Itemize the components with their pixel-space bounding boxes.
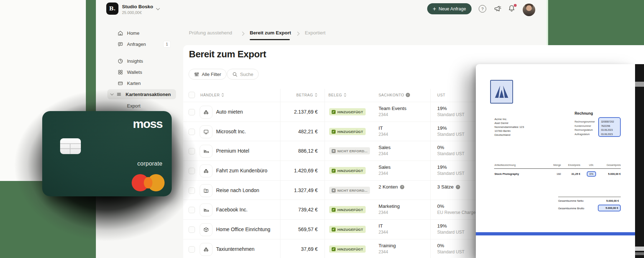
sidebar-item-wallets[interactable]: Wallets <box>107 67 176 77</box>
invoice-col-ust: USt. <box>587 164 596 166</box>
badge-label: HINZUGEFÜGT <box>337 169 363 173</box>
check-icon: ✓ <box>332 169 336 173</box>
merchant-name: Auto mieten <box>216 109 243 115</box>
ust-cell: 0%EU Reverse Charge <box>437 204 475 215</box>
badge-label: HINZUGEFÜGT <box>337 110 363 114</box>
merchant-name: Fahrt zum Kundenbüro <box>216 168 267 173</box>
receipt-status-badge[interactable]: ✕NICHT ERFORD... <box>329 147 370 154</box>
header-label: UST <box>437 93 445 97</box>
cross-icon: ✕ <box>332 149 336 153</box>
sachkonto-cell: IT2344 <box>379 125 388 137</box>
receipt-status-badge[interactable]: ✓HINZUGEFÜGT <box>329 167 366 174</box>
search-button[interactable]: Suche <box>227 69 259 80</box>
check-icon: ✓ <box>332 130 336 134</box>
receipt-status-badge[interactable]: ✓HINZUGEFÜGT <box>329 245 366 253</box>
megaphone-icon[interactable] <box>494 5 502 13</box>
info-icon[interactable] <box>456 185 460 189</box>
receipt-status-badge[interactable]: ✓HINZUGEFÜGT <box>329 226 366 233</box>
window-edge-notch <box>635 82 644 87</box>
all-filters-button[interactable]: Alle Filter <box>189 69 226 80</box>
badge-label: HINZUGEFÜGT <box>337 247 363 251</box>
receipt-status-badge[interactable]: ✓HINZUGEFÜGT <box>329 206 366 213</box>
receipt-status-badge[interactable]: ✓HINZUGEFÜGT <box>329 108 366 115</box>
card-icon <box>117 80 123 86</box>
invoice-meta-values: 3205557202 7622296 03.06.2023 03.06.2023 <box>601 120 614 136</box>
badge-label: NICHT ERFORD... <box>337 149 367 153</box>
notification-dot <box>514 4 517 7</box>
invoice-item-menge: 160 <box>546 172 561 176</box>
moss-corporate-card: moss corporate <box>42 111 172 196</box>
sachkonto-cell: Sales2344 <box>379 164 391 176</box>
chevron-down-icon[interactable] <box>156 8 160 10</box>
sachkonto-cell: IT2344 <box>379 223 388 235</box>
badge-label: HINZUGEFÜGT <box>337 228 363 231</box>
merchant-name: Facebook Inc. <box>216 207 248 212</box>
search-icon <box>232 72 238 77</box>
column-header-ust[interactable]: UST <box>437 93 445 97</box>
user-avatar[interactable] <box>523 4 535 16</box>
all-filters-label: Alle Filter <box>202 72 221 77</box>
sidebar-label: Insights <box>127 58 143 64</box>
info-icon[interactable] <box>406 93 410 97</box>
moss-logo: moss <box>133 117 162 131</box>
info-icon[interactable] <box>400 185 404 189</box>
invoice-item-gesamtpreis: 5.000,00 € <box>603 172 621 176</box>
invoice-item-ust-highlight: 0% <box>587 171 596 177</box>
chevron-right-icon <box>297 32 300 36</box>
check-icon: ✓ <box>332 228 336 231</box>
check-icon: ✓ <box>332 247 336 251</box>
ust-cell: 19%Standard UST <box>437 125 464 137</box>
card-tier-label: corporate <box>137 161 162 167</box>
adobe-logo <box>490 80 513 104</box>
receipt-status-badge[interactable]: ✓HINZUGEFÜGT <box>329 128 366 135</box>
page-title: Bereit zum Export <box>189 49 266 60</box>
window-edge <box>635 64 644 258</box>
workspace-logo[interactable]: B. <box>106 3 118 15</box>
badge-label: HINZUGEFÜGT <box>337 130 363 134</box>
header-label: BELEG <box>328 93 342 97</box>
invoice-col-artikel: Artikelbezeichnung <box>494 164 516 166</box>
sachkonto-cell: Training2344 <box>379 243 396 254</box>
amount: 886,12 € <box>265 148 318 154</box>
help-icon[interactable]: ? <box>479 5 486 13</box>
invoice-item-einzelpreis: 31,25 € <box>565 172 580 176</box>
tab-bereit-zum-export[interactable]: Bereit zum Export <box>250 30 291 35</box>
ust-cell: 19%Standard UST <box>437 223 464 235</box>
header-label: SACHKONTO <box>379 93 404 97</box>
invoice-col-menge: Menge <box>546 164 561 166</box>
invoice-netto-value: 5.000,00 € <box>594 199 619 202</box>
amount: 739,42 € <box>265 207 318 212</box>
chevron-right-icon <box>242 32 245 36</box>
marketing-composite: B. Studio Bosko 25.000,00€ + Neue Anfrag… <box>0 0 644 258</box>
invoice-brutto-highlight: 5.000,00 € <box>598 205 621 211</box>
column-header-betrag[interactable]: BETRAG <box>250 93 318 97</box>
sidebar-item-karten[interactable]: Karten <box>107 78 176 88</box>
pie-chart-icon <box>117 58 123 64</box>
receipt-status-badge[interactable]: ✕NICHT ERFORD... <box>329 187 370 194</box>
tab-exportiert[interactable]: Exportiert <box>305 30 326 35</box>
tab-pruefung-ausstehend[interactable]: Prüfung ausstehend <box>189 30 232 35</box>
badge-label: HINZUGEFÜGT <box>337 208 363 212</box>
sidebar-item-insights[interactable]: Insights <box>107 56 176 66</box>
invoice-recipient: Acme Inc. Asel Demir Nonnendammallee 123… <box>494 117 524 137</box>
check-icon: ✓ <box>332 208 336 212</box>
ust-cell: 0%Standard UST <box>437 145 464 156</box>
sidebar-item-home[interactable]: Home <box>107 28 176 38</box>
invoice-total-rule <box>558 197 621 197</box>
invoice-item-name: Stock Photography <box>494 172 519 176</box>
home-icon <box>117 30 123 36</box>
new-request-button[interactable]: + Neue Anfrage <box>427 3 472 14</box>
sort-icon <box>314 93 318 97</box>
invoice-netto-label: Gesamtsumme Netto <box>558 199 584 202</box>
search-label: Suche <box>240 72 253 77</box>
ust-cell: 0%Standard UST <box>437 243 464 254</box>
invoice-brutto-label: Gesamtsumme Brutto <box>558 207 584 210</box>
column-header-beleg[interactable]: BELEG <box>328 93 347 97</box>
invoice-col-gesamtpreis: Gesamtpreis <box>603 164 621 166</box>
amount: 2.137,69 € <box>265 109 318 115</box>
invoice-col-einzelpreis: Einzelpreis <box>565 164 580 166</box>
card-chip-icon <box>60 138 81 154</box>
merchant-name: Premium Hotel <box>216 148 249 154</box>
amount: 1.420,69 € <box>265 168 318 173</box>
column-header-sachkonto[interactable]: SACHKONTO <box>379 93 410 97</box>
